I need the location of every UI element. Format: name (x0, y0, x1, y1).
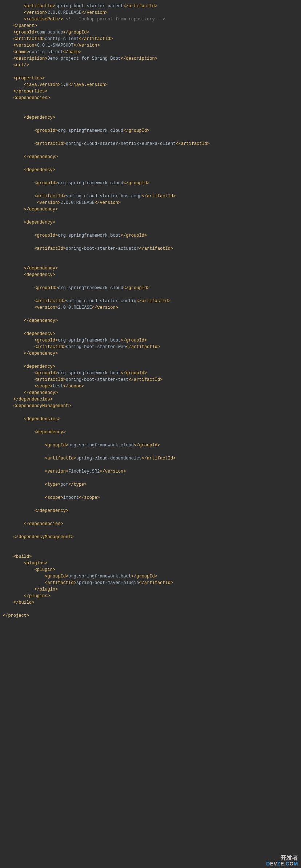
code-line[interactable]: <plugins> (3, 560, 298, 567)
code-line[interactable]: <artifactId>spring-cloud-starter-netflix… (3, 141, 298, 147)
code-line[interactable]: <dependency> (3, 429, 298, 435)
code-line[interactable] (3, 173, 298, 180)
code-line[interactable]: <artifactId>spring-boot-maven-plugin</ar… (3, 580, 298, 586)
code-line[interactable]: <dependency> (3, 363, 298, 370)
code-line[interactable]: <groupId>org.springframework.cloud</grou… (3, 442, 298, 449)
code-line[interactable]: </dependency> (3, 317, 298, 324)
code-line[interactable]: </dependencyManagement> (3, 534, 298, 540)
code-line[interactable] (3, 501, 298, 508)
code-line[interactable] (3, 213, 298, 219)
code-token-text: 2.0.0.RELEASE (60, 200, 95, 205)
code-line[interactable] (3, 291, 298, 298)
code-line[interactable] (3, 606, 298, 612)
code-line[interactable]: <groupId>com.bushuo</groupId> (3, 29, 298, 36)
code-line[interactable] (3, 488, 298, 494)
code-token-tag: </scope> (63, 384, 84, 389)
code-line[interactable]: </dependencies> (3, 521, 298, 527)
code-line[interactable]: <artifactId>spring-boot-starter-parent</… (3, 3, 298, 9)
code-line[interactable]: </plugin> (3, 586, 298, 593)
code-line[interactable]: <dependency> (3, 114, 298, 121)
code-line[interactable] (3, 239, 298, 245)
code-token-tag: </plugin> (34, 587, 58, 592)
code-line[interactable]: <dependency> (3, 219, 298, 226)
code-line[interactable]: <version>0.0.1-SNAPSHOT</version> (3, 42, 298, 49)
code-line[interactable] (3, 101, 298, 108)
code-line[interactable] (3, 226, 298, 232)
code-line[interactable]: </parent> (3, 23, 298, 29)
code-line[interactable] (3, 422, 298, 429)
code-line[interactable]: <artifactId>config-client</artifactId> (3, 36, 298, 42)
code-line[interactable] (3, 357, 298, 363)
code-line[interactable] (3, 547, 298, 553)
code-line[interactable]: <artifactId>spring-cloud-dependencies</a… (3, 455, 298, 462)
code-line[interactable] (3, 252, 298, 259)
code-line[interactable]: <dependency> (3, 331, 298, 337)
code-line[interactable]: </plugins> (3, 593, 298, 599)
code-line[interactable]: <scope>test</scope> (3, 383, 298, 390)
code-line[interactable] (3, 462, 298, 468)
code-line[interactable]: </dependency> (3, 508, 298, 514)
code-line[interactable] (3, 527, 298, 534)
code-line[interactable]: <artifactId>spring-boot-starter-web</art… (3, 344, 298, 350)
code-line[interactable]: </dependency> (3, 350, 298, 357)
code-line[interactable] (3, 121, 298, 127)
code-line[interactable]: <artifactId>spring-cloud-starter-bus-amq… (3, 193, 298, 200)
code-line[interactable]: <groupId>org.springframework.boot</group… (3, 337, 298, 344)
code-line[interactable]: </dependency> (3, 390, 298, 396)
code-editor[interactable]: <artifactId>spring-boot-starter-parent</… (0, 1, 301, 620)
code-line[interactable]: <dependency> (3, 272, 298, 278)
code-line[interactable] (3, 311, 298, 317)
code-line[interactable]: </build> (3, 599, 298, 606)
code-line[interactable] (3, 68, 298, 75)
code-line[interactable]: <build> (3, 553, 298, 560)
code-line[interactable] (3, 449, 298, 455)
code-line[interactable]: </project> (3, 612, 298, 619)
code-line[interactable]: </dependency> (3, 265, 298, 272)
code-line[interactable]: <dependencies> (3, 416, 298, 422)
code-line[interactable]: <scope>import</scope> (3, 494, 298, 501)
code-line[interactable] (3, 134, 298, 141)
code-line[interactable] (3, 259, 298, 265)
code-line[interactable]: <version>2.0.0.RELEASE</version> (3, 304, 298, 311)
code-line[interactable] (3, 160, 298, 167)
code-line[interactable]: <groupId>org.springframework.boot</group… (3, 232, 298, 239)
code-line[interactable]: <version>Finchley.SR2</version> (3, 468, 298, 475)
code-line[interactable]: <java.version>1.8</java.version> (3, 82, 298, 88)
code-token-tag: <version> (45, 469, 68, 474)
code-line[interactable]: <dependencyManagement> (3, 403, 298, 409)
code-line[interactable]: <version>2.0.0.RELEASE</version> (3, 200, 298, 206)
code-line[interactable] (3, 435, 298, 442)
code-token-tag: <groupId> (34, 233, 58, 238)
code-line[interactable]: </dependency> (3, 154, 298, 160)
code-line[interactable]: </properties> (3, 88, 298, 95)
code-line[interactable]: <groupId>org.springframework.boot</group… (3, 573, 298, 580)
code-line[interactable] (3, 514, 298, 521)
code-line[interactable] (3, 540, 298, 547)
code-line[interactable]: <url/> (3, 62, 298, 68)
code-line[interactable] (3, 147, 298, 154)
code-line[interactable]: <groupId>org.springframework.cloud</grou… (3, 127, 298, 134)
code-line[interactable]: <version>2.0.6.RELEASE</version> (3, 9, 298, 16)
code-line[interactable]: <type>pom</type> (3, 481, 298, 488)
code-line[interactable]: </dependency> (3, 206, 298, 213)
code-line[interactable]: <groupId>org.springframework.boot</group… (3, 370, 298, 376)
code-line[interactable] (3, 475, 298, 481)
code-line[interactable]: <artifactId>spring-boot-starter-actuator… (3, 245, 298, 252)
code-line[interactable]: <dependency> (3, 167, 298, 173)
code-line[interactable] (3, 186, 298, 193)
code-line[interactable]: <properties> (3, 75, 298, 82)
code-line[interactable] (3, 278, 298, 285)
code-line[interactable]: <description>Demo project for Spring Boo… (3, 55, 298, 62)
code-line[interactable]: <name>config-client</name> (3, 49, 298, 55)
code-line[interactable] (3, 324, 298, 331)
code-line[interactable]: <groupId>org.springframework.cloud</grou… (3, 180, 298, 186)
code-line[interactable]: <groupId>org.springframework.cloud</grou… (3, 285, 298, 291)
code-line[interactable]: <artifactId>spring-boot-starter-test</ar… (3, 376, 298, 383)
code-line[interactable] (3, 108, 298, 114)
code-line[interactable]: <relativePath/> <!-- lookup parent from … (3, 16, 298, 23)
code-line[interactable]: <dependencies> (3, 95, 298, 101)
code-line[interactable]: <artifactId>spring-cloud-starter-config<… (3, 298, 298, 304)
code-line[interactable]: </dependencies> (3, 396, 298, 403)
code-line[interactable]: <plugin> (3, 567, 298, 573)
code-line[interactable] (3, 409, 298, 416)
